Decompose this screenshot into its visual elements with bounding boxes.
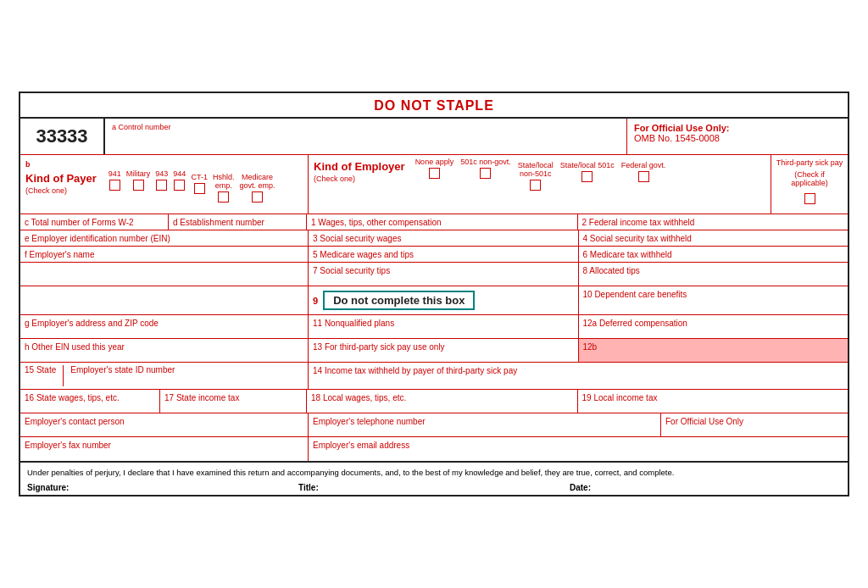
third-party-sublabel: (Check if applicable) bbox=[776, 170, 843, 187]
field-4-label: 4 Social security tax withheld bbox=[583, 234, 692, 243]
field-5-cell: 5 Medicare wages and tips bbox=[309, 247, 579, 262]
form-body: 33333 a Control number For Official Use … bbox=[20, 117, 848, 461]
checkbox-military-box[interactable] bbox=[133, 180, 144, 191]
field-14-label: 14 Income tax withheld by payer of third… bbox=[313, 366, 517, 375]
field-2-label: 2 Federal income tax withheld bbox=[582, 218, 695, 227]
checkbox-944-box[interactable] bbox=[174, 180, 185, 191]
field-d-label: d Establishment number bbox=[173, 218, 264, 227]
checkbox-ct1-box[interactable] bbox=[194, 183, 205, 194]
third-party-cell: Third-party sick pay (Check if applicabl… bbox=[771, 155, 848, 214]
field-2-cell: 2 Federal income tax withheld bbox=[578, 214, 849, 230]
field-h-cell: h Other EIN used this year bbox=[20, 339, 309, 362]
third-party-label: Third-party sick pay bbox=[776, 158, 843, 167]
checkbox-state-local-501c[interactable]: State/local 501c bbox=[560, 162, 615, 191]
disclaimer: Under penalties of perjury, I declare th… bbox=[20, 461, 848, 480]
kind-of-employer-title: Kind of Employer bbox=[314, 160, 405, 173]
field-10-label: 10 Dependent care benefits bbox=[583, 290, 687, 299]
checkbox-state-local-501c-box[interactable] bbox=[581, 171, 593, 182]
official-use-title: For Official Use Only: bbox=[634, 123, 841, 133]
checkbox-none-apply-box[interactable] bbox=[429, 168, 440, 179]
field-18-cell: 18 Local wages, tips, etc. bbox=[307, 390, 578, 413]
employer-contact-cell: Employer's contact person bbox=[20, 413, 309, 436]
official-use-only-label: For Official Use Only bbox=[665, 417, 743, 426]
field-7-cell: 7 Social security tips bbox=[309, 263, 579, 286]
field-12b-label: 12b bbox=[583, 342, 598, 352]
employer-contact-label: Employer's contact person bbox=[25, 417, 125, 426]
field-9-text: Do not complete this box bbox=[323, 291, 475, 310]
checkbox-hshld-box[interactable] bbox=[218, 191, 229, 202]
checkbox-medicare-box[interactable] bbox=[252, 191, 263, 202]
field-c-label: c Total number of Forms W-2 bbox=[25, 218, 134, 227]
row-f: f Employer's name 5 Medicare wages and t… bbox=[20, 247, 848, 263]
signature-label: Signature: bbox=[27, 483, 298, 492]
field-g-label: g Employer's address and ZIP code bbox=[25, 319, 159, 328]
title-label: Title: bbox=[298, 483, 570, 492]
row-15-14: 15 State Employer's state ID number 14 I… bbox=[20, 363, 848, 390]
field-d-cell: d Establishment number bbox=[169, 214, 307, 230]
b-label: b bbox=[25, 160, 31, 169]
field-11-cell: 11 Nonqualified plans bbox=[309, 315, 579, 338]
field-3-label: 3 Social security wages bbox=[313, 234, 402, 243]
checkbox-ct1[interactable]: CT-1 bbox=[191, 174, 208, 203]
employer-fax-label: Employer's fax number bbox=[25, 441, 111, 450]
field-c-cell: c Total number of Forms W-2 bbox=[20, 214, 169, 230]
employer-email-cell: Employer's email address bbox=[309, 437, 848, 461]
field-8-cell: 8 Allocated tips bbox=[579, 263, 849, 286]
left-empty-9 bbox=[20, 286, 309, 314]
left-empty-7 bbox=[20, 263, 309, 286]
disclaimer-text: Under penalties of perjury, I declare th… bbox=[27, 468, 674, 477]
field-6-cell: 6 Medicare tax withheld bbox=[579, 247, 849, 262]
row-h: h Other EIN used this year 13 For third-… bbox=[20, 339, 848, 363]
checkbox-501c-nongov[interactable]: 501c non-govt. bbox=[460, 158, 511, 180]
checkbox-hshld[interactable]: Hshld.emp. bbox=[213, 174, 235, 203]
field-14-cell: 14 Income tax withheld by payer of third… bbox=[309, 363, 848, 389]
checkbox-third-party-box[interactable] bbox=[804, 193, 815, 204]
employer-email-label: Employer's email address bbox=[313, 441, 409, 450]
official-use-cell: For Official Use Only: OMB No. 1545-0008 bbox=[627, 119, 848, 154]
field-12a-label: 12a Deferred compensation bbox=[583, 319, 687, 328]
form-id: 33333 bbox=[20, 119, 105, 154]
checkbox-federal-govt[interactable]: Federal govt. bbox=[621, 162, 666, 191]
checkbox-medicare[interactable]: Medicaregovt. emp. bbox=[239, 174, 275, 203]
checkbox-military[interactable]: Military bbox=[126, 170, 151, 191]
checkbox-943-box[interactable] bbox=[156, 180, 167, 191]
row-payer: b Kind of Payer (Check one) 941 Military bbox=[20, 155, 848, 214]
checkbox-state-local-non501c[interactable]: State/localnon-501c bbox=[518, 162, 554, 191]
row-top: 33333 a Control number For Official Use … bbox=[20, 119, 848, 155]
control-number-cell: a Control number bbox=[105, 119, 627, 154]
row-g: g Employer's address and ZIP code 11 Non… bbox=[20, 315, 848, 339]
official-omb: OMB No. 1545-0008 bbox=[634, 133, 841, 143]
checkbox-943[interactable]: 943 bbox=[155, 170, 168, 191]
field-15-cell: 15 State Employer's state ID number bbox=[20, 363, 309, 389]
checkbox-state-local-non501c-box[interactable] bbox=[530, 180, 541, 191]
field-18-label: 18 Local wages, tips, etc. bbox=[311, 393, 406, 402]
field-13-label: 13 For third-party sick pay use only bbox=[313, 342, 445, 352]
field-f-label: f Employer's name bbox=[25, 250, 95, 259]
date-label: Date: bbox=[570, 483, 841, 492]
checkbox-501c-nongov-box[interactable] bbox=[480, 168, 491, 179]
do-not-staple-header: DO NOT STAPLE bbox=[20, 93, 848, 117]
kind-of-payer-cell: b Kind of Payer (Check one) 941 Military bbox=[20, 155, 309, 214]
checkbox-941[interactable]: 941 bbox=[108, 170, 121, 191]
field-16-cell: 16 State wages, tips, etc. bbox=[20, 390, 160, 413]
field-9-cell: 9 Do not complete this box bbox=[309, 286, 579, 314]
signature-row: Signature: Title: Date: bbox=[20, 480, 848, 495]
field-13-cell: 13 For third-party sick pay use only bbox=[309, 339, 579, 362]
kind-of-employer-subtitle: (Check one) bbox=[314, 175, 405, 183]
field-17-label: 17 State income tax bbox=[164, 393, 239, 402]
checkbox-federal-govt-box[interactable] bbox=[638, 171, 649, 182]
field-f-cell: f Employer's name bbox=[20, 247, 309, 262]
row-fax-email: Employer's fax number Employer's email a… bbox=[20, 437, 848, 461]
field-e-cell: e Employer identification number (EIN) bbox=[20, 230, 309, 246]
employer-phone-label: Employer's telephone number bbox=[313, 417, 426, 426]
field-9-num: 9 bbox=[313, 296, 318, 306]
field-4-cell: 4 Social security tax withheld bbox=[579, 230, 849, 246]
kind-of-payer-subtitle: (Check one) bbox=[25, 186, 97, 195]
checkbox-944[interactable]: 944 bbox=[173, 170, 186, 191]
field-8-label: 8 Allocated tips bbox=[583, 266, 640, 275]
row-contact: Employer's contact person Employer's tel… bbox=[20, 413, 848, 437]
field-15-label: 15 State bbox=[25, 365, 56, 374]
checkbox-941-box[interactable] bbox=[109, 180, 120, 191]
checkbox-none-apply[interactable]: None apply bbox=[415, 158, 454, 180]
control-number-label: a Control number bbox=[112, 123, 620, 131]
